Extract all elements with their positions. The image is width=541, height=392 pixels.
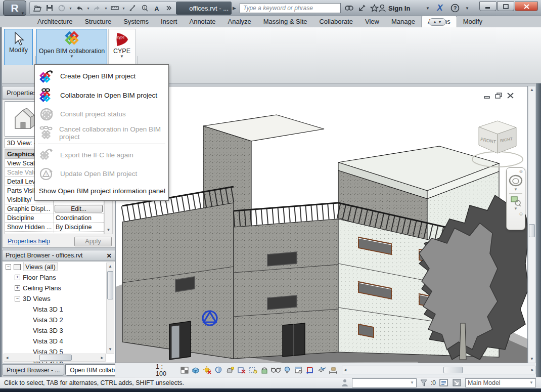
tab-systems[interactable]: Systems xyxy=(117,16,155,27)
sun-path-icon[interactable] xyxy=(203,365,212,375)
tab-massing-site[interactable]: Massing & Site xyxy=(257,16,313,27)
undo-dropdown-icon[interactable]: ▼ xyxy=(86,3,91,13)
save-icon[interactable] xyxy=(44,3,55,13)
canvas-vscrollbar[interactable]: ▲ ▼ xyxy=(528,86,536,363)
project-browser-hscrollbar[interactable]: ◄ ► xyxy=(4,354,106,362)
scroll-right-icon[interactable]: ► xyxy=(530,367,534,374)
infocenter-search-input[interactable]: Type a keyword or phrase xyxy=(240,3,341,13)
maximize-button[interactable] xyxy=(497,2,514,11)
tag-icon[interactable]: 1 xyxy=(139,3,150,13)
sync-icon[interactable] xyxy=(56,3,67,13)
measure-dropdown-icon[interactable]: ▼ xyxy=(121,3,126,13)
tab-collaborate[interactable]: Collaborate xyxy=(313,16,359,27)
view-minimize-icon[interactable] xyxy=(483,93,491,99)
displacement-sets-icon[interactable] xyxy=(317,365,327,375)
tree-item-vista-3d-4[interactable]: Vista 3D 4 xyxy=(3,336,115,346)
view-close-icon[interactable] xyxy=(507,93,514,99)
subscription-icon[interactable] xyxy=(356,3,368,14)
tab-project-browser[interactable]: Project Browser - ... xyxy=(2,364,64,376)
menu-item-update-open-bim-project[interactable]: ! Update Open BIM project xyxy=(35,164,168,184)
text-icon[interactable]: A xyxy=(151,3,162,13)
sync-dropdown-icon[interactable]: ▼ xyxy=(68,3,73,13)
minimize-button[interactable] xyxy=(479,2,497,11)
redo-dropdown-icon[interactable]: ▼ xyxy=(104,3,108,13)
open-bim-collaboration-button[interactable]: Open BIM collaboration ▼ xyxy=(36,29,107,64)
navbar-minimize-icon[interactable]: ⊖ xyxy=(507,211,525,216)
properties-help-link[interactable]: Properties help xyxy=(8,238,50,245)
property-row-show-hidden-lines[interactable]: Show Hidden ...By Discipline xyxy=(5,223,104,232)
locked-3d-icon[interactable] xyxy=(259,365,269,375)
qat-expand-icon[interactable] xyxy=(163,3,174,13)
tab-view[interactable]: View xyxy=(359,16,385,27)
search-icon[interactable] xyxy=(343,3,355,14)
temporary-view-properties-icon[interactable] xyxy=(294,365,304,375)
edit-button[interactable]: Edit... xyxy=(55,205,103,212)
tree-item-3d-views[interactable]: − 3D Views xyxy=(3,293,115,304)
modify-button[interactable]: Modify xyxy=(4,29,33,65)
open-icon[interactable] xyxy=(32,3,43,13)
menu-item-export-ifc-again[interactable]: Export the IFC file again xyxy=(35,145,168,164)
project-browser-close-icon[interactable]: ✕ xyxy=(107,252,112,259)
steering-wheel-icon[interactable] xyxy=(508,174,523,187)
filter-icon[interactable] xyxy=(420,379,428,387)
scroll-up-icon[interactable]: ▲ xyxy=(528,86,535,94)
shadows-icon[interactable] xyxy=(214,365,223,375)
drawing-area-3d-view[interactable]: FRONT RIGHT ⊗ ▼ ▼ ⊖ xyxy=(115,86,528,363)
apply-button[interactable]: Apply xyxy=(74,237,112,246)
tab-structure[interactable]: Structure xyxy=(78,16,117,27)
sign-in-button[interactable]: Sign In xyxy=(378,3,410,14)
application-menu-button[interactable]: R ▼ xyxy=(3,1,26,16)
scroll-left-icon[interactable]: ◄ xyxy=(5,355,9,362)
title-expand-icon[interactable]: ▶ xyxy=(233,4,239,12)
tab-annotate[interactable]: Annotate xyxy=(183,16,221,27)
property-row-discipline[interactable]: DisciplineCoordination xyxy=(5,213,104,223)
canvas-hscrollbar[interactable]: ◄ ► xyxy=(342,366,536,374)
rendering-icon[interactable] xyxy=(226,365,235,375)
ribbon-collapse-button[interactable]: ▲ ▼ xyxy=(429,18,446,26)
measure-icon[interactable] xyxy=(109,3,120,13)
tree-item-ceiling-plans[interactable]: + Ceiling Plans xyxy=(3,283,115,293)
property-row-default-analysis[interactable]: Default Analy...None xyxy=(5,232,104,234)
view-scale-button[interactable]: 1 : 100 xyxy=(152,362,177,378)
editable-only-icon[interactable] xyxy=(439,378,449,387)
collapse-icon[interactable]: − xyxy=(6,264,11,270)
scroll-left-icon[interactable]: ◄ xyxy=(343,367,347,374)
tab-insert[interactable]: Insert xyxy=(155,16,184,27)
worksets-dropdown[interactable]: ▼ xyxy=(352,378,417,387)
zoom-dropdown-icon[interactable]: ▼ xyxy=(507,206,525,211)
crop-region-icon[interactable] xyxy=(248,365,258,375)
collapse-icon[interactable]: − xyxy=(15,296,20,301)
tree-item-views-all[interactable]: − Views (all) xyxy=(3,262,115,272)
scroll-down-icon[interactable]: ▼ xyxy=(107,346,114,353)
menu-item-collaborate-open-bim-project[interactable]: Collaborate in Open BIM project xyxy=(35,86,168,105)
view-restore-icon[interactable] xyxy=(495,93,503,99)
analytical-model-icon[interactable] xyxy=(305,365,315,375)
reveal-hidden-elements-icon[interactable] xyxy=(283,365,292,375)
tab-manage[interactable]: Manage xyxy=(385,16,421,27)
property-row-graphic-display[interactable]: Graphic Displ...Edit... xyxy=(5,204,104,213)
menu-item-consult-project-status[interactable]: Consult project status xyxy=(35,105,168,124)
menu-item-cancel-collaboration[interactable]: Cancel collaboration in Open BIM project xyxy=(35,124,168,143)
crop-view-icon[interactable] xyxy=(237,365,246,375)
scroll-right-icon[interactable]: ► xyxy=(100,355,104,362)
help-icon[interactable]: ? xyxy=(449,3,461,14)
scroll-down-icon[interactable]: ▼ xyxy=(105,227,112,234)
viewcube[interactable]: FRONT RIGHT xyxy=(449,113,528,175)
temporary-hide-isolate-icon[interactable] xyxy=(271,365,281,375)
undo-icon[interactable] xyxy=(74,3,85,13)
exchange-apps-icon[interactable]: X xyxy=(434,3,446,14)
navbar-close-icon[interactable]: ⊗ xyxy=(507,168,525,174)
close-button[interactable] xyxy=(515,2,538,11)
tab-analyze[interactable]: Analyze xyxy=(222,16,257,27)
tab-modify[interactable]: Modify xyxy=(457,16,488,27)
tree-item-floor-plans[interactable]: + Floor Plans xyxy=(3,272,115,283)
cype-button[interactable]: cype CYPE ▼ xyxy=(108,29,136,64)
scroll-down-icon[interactable]: ▼ xyxy=(528,356,535,363)
tab-architecture[interactable]: Architecture xyxy=(31,16,78,27)
redo-icon[interactable] xyxy=(92,3,103,13)
help-dropdown-icon[interactable]: ▼ xyxy=(461,3,473,14)
reveal-constraints-icon[interactable] xyxy=(328,365,338,375)
project-browser-header[interactable]: Project Browser - offices.rvt ✕ xyxy=(2,250,115,261)
tree-item-vista-3d-3[interactable]: Vista 3D 3 xyxy=(3,325,115,336)
project-browser-vscrollbar[interactable]: ▲ ▼ xyxy=(106,263,114,354)
